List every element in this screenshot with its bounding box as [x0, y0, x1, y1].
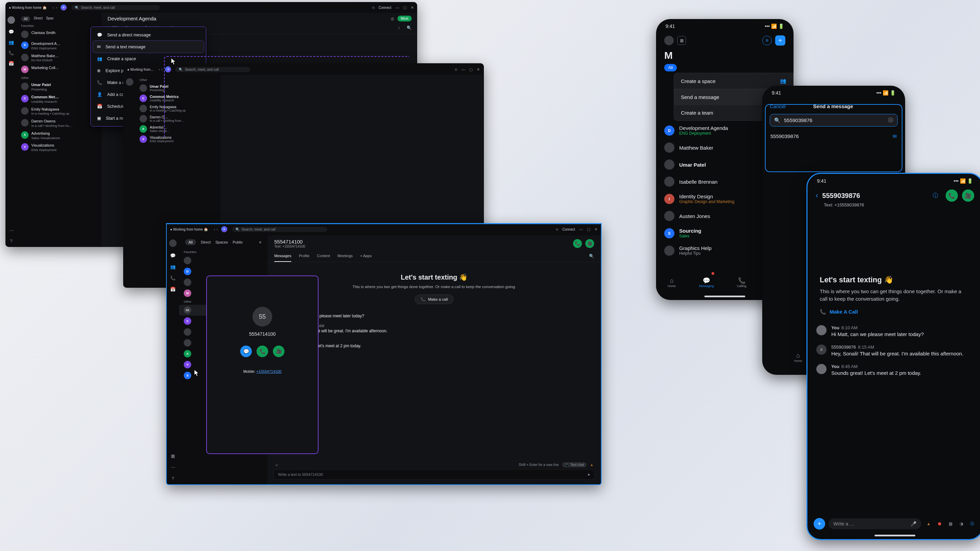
rail-calendar-icon[interactable]: 📅 — [8, 61, 14, 66]
tab-profile[interactable]: Profile — [299, 254, 309, 262]
compose-plus-button[interactable]: + — [165, 66, 171, 73]
mobile-number-link[interactable]: +15554714100 — [256, 369, 282, 373]
list-item[interactable]: Darren O…In a call • Working from… — [135, 114, 221, 124]
compose-input[interactable]: Write a text to 5554714100 ➤ — [274, 469, 595, 480]
filter-public[interactable]: Public — [233, 240, 243, 244]
search-input[interactable]: 🔍 Search, meet, and call — [72, 5, 160, 10]
filter-direct[interactable]: Direct — [201, 240, 211, 244]
self-avatar[interactable] — [169, 240, 177, 247]
alert-icon[interactable]: ⬣ — [935, 520, 943, 528]
filter-all[interactable]: All — [185, 239, 196, 245]
rail-calendar-icon[interactable]: 📅 — [170, 287, 176, 292]
rail-help-icon[interactable]: ? — [172, 476, 174, 481]
nav-fwd-icon[interactable]: › — [161, 67, 163, 71]
menu-create-space[interactable]: 👥Create a space — [91, 53, 206, 65]
list-item[interactable]: Umar PatelPresenting — [135, 83, 221, 93]
menu-send-text[interactable]: ✉Send a text message — [93, 41, 204, 53]
compose-plus-button[interactable]: + — [221, 226, 227, 232]
list-item[interactable]: Clarissa Smith — [17, 29, 102, 40]
back-button[interactable]: ‹ — [816, 191, 818, 200]
list-item[interactable] — [179, 255, 267, 266]
video-call-button[interactable]: 🎥 — [585, 239, 594, 248]
list-item[interactable]: Matthew Bake…Do Not Disturb — [17, 52, 102, 64]
tab-home[interactable]: ⌂Home — [794, 352, 802, 362]
list-item[interactable]: MMarketing Coll… — [17, 64, 102, 75]
search-input[interactable]: 🔍Search, meet, and call — [232, 227, 327, 232]
rail-more-icon[interactable]: ⋯ — [171, 465, 175, 470]
menu-send-direct[interactable]: 💬Send a direct message — [91, 29, 206, 41]
text-chat-chip[interactable]: 📱 Text chat — [562, 462, 587, 467]
make-call-link[interactable]: 📞Make A Call — [820, 309, 970, 315]
compose-button[interactable]: + — [775, 35, 785, 46]
filter-spaces[interactable]: Spaces — [215, 240, 228, 244]
self-avatar[interactable] — [664, 36, 674, 45]
rail-more-icon[interactable]: ⋯ — [9, 228, 14, 233]
nav-fwd-icon[interactable]: › — [56, 5, 57, 10]
rail-apps-icon[interactable]: ▦ — [171, 453, 175, 459]
tab-calling[interactable]: 📞Calling — [737, 277, 746, 288]
list-item[interactable]: AAdvertisingSales Visualizations — [17, 130, 102, 142]
window-min-icon[interactable]: — — [395, 5, 399, 10]
audio-call-button[interactable]: 📞 — [573, 239, 582, 248]
rail-help-icon[interactable]: ? — [10, 238, 12, 243]
meet-button[interactable]: Meet — [398, 16, 412, 21]
warning-icon[interactable]: ▲ — [590, 463, 593, 467]
window-min-icon[interactable]: — — [461, 67, 465, 71]
rail-chat-icon[interactable]: 💬 — [8, 29, 14, 34]
rail-teams-icon[interactable]: 👥 — [170, 264, 176, 269]
connect-label[interactable]: Connect — [379, 6, 391, 10]
tab-home[interactable]: ⌂Home — [668, 277, 676, 288]
list-item[interactable]: AAdvertisi…Sales Visual… — [135, 124, 221, 134]
close-compose-icon[interactable]: ⓧ — [968, 520, 976, 528]
window-min-icon[interactable]: — — [579, 227, 583, 231]
connect-icon[interactable]: ⎋ — [372, 5, 375, 10]
filter-icon[interactable]: ≡ — [762, 36, 772, 45]
window-max-icon[interactable]: ▢ — [587, 227, 590, 232]
filter-direct[interactable]: Direct — [34, 16, 43, 21]
warning-icon[interactable]: ▲ — [924, 520, 933, 528]
compose-plus-button[interactable]: + — [60, 5, 67, 11]
list-item[interactable]: Darren OwensIn a call • Working from ho… — [17, 118, 102, 130]
list-item[interactable]: VVisualizationsENG Deployment — [17, 141, 102, 154]
search-in-space-icon[interactable]: 🔍 — [407, 25, 412, 34]
nav-back-icon[interactable]: ‹ — [214, 227, 215, 231]
audio-call-button[interactable]: 📞 — [256, 346, 268, 357]
tab-meetings[interactable]: Meetings — [337, 254, 353, 262]
connect-icon[interactable]: ⎋ — [556, 227, 558, 231]
search-in-chat-icon[interactable]: 🔍 — [589, 254, 594, 262]
info-icon[interactable]: ⓘ — [929, 189, 942, 202]
rail-teams-icon[interactable]: 👥 — [8, 40, 14, 45]
list-item[interactable]: CCommon MetricsUsability research — [135, 93, 221, 103]
send-icon[interactable]: ➤ — [587, 472, 590, 477]
list-item[interactable]: Emily NakagawaIn a meeting • Catching up — [135, 103, 221, 114]
tab-messaging[interactable]: 💬Messaging — [699, 277, 714, 288]
rail-chat-icon[interactable]: 💬 — [170, 253, 176, 258]
chip-all[interactable]: All — [664, 64, 677, 71]
hide-icon[interactable]: ◑ — [957, 520, 966, 528]
compose-input[interactable]: Write a … 🎤 — [829, 518, 921, 529]
rail-call-icon[interactable]: 📞 — [170, 275, 176, 281]
pin-icon[interactable]: ◎ — [391, 16, 394, 21]
gif-icon[interactable]: ▦ — [946, 520, 955, 528]
list-item[interactable]: DDevelopment A…ENG Deployment — [17, 40, 102, 52]
self-avatar[interactable] — [126, 78, 134, 86]
search-input[interactable]: 🔍Search, meet, and call — [175, 67, 250, 72]
video-call-button[interactable]: 🎥 — [273, 346, 285, 357]
nav-fwd-icon[interactable]: › — [216, 227, 218, 231]
nav-back-icon[interactable]: ‹ — [53, 5, 54, 10]
nav-back-icon[interactable]: ‹ — [159, 67, 160, 71]
emoji-icon[interactable]: ☺ — [275, 463, 278, 467]
list-item[interactable]: CCommon Met…Usability research — [17, 93, 102, 105]
connect-label[interactable]: Connect — [563, 227, 575, 231]
tab-apps[interactable]: + Apps — [360, 254, 372, 262]
mic-icon[interactable]: 🎤 — [911, 521, 916, 527]
window-max-icon[interactable]: ▢ — [403, 5, 407, 10]
filter-icon[interactable]: ≡ — [259, 240, 261, 244]
compose-add-button[interactable]: + — [814, 518, 825, 530]
grid-icon[interactable]: ▦ — [677, 36, 686, 45]
list-item[interactable]: Emily NakagawaIn a meeting • Catching up — [17, 105, 102, 118]
video-call-button[interactable]: 🎥 — [962, 189, 974, 202]
window-close-icon[interactable]: ✕ — [411, 5, 414, 10]
window-max-icon[interactable]: ▢ — [469, 67, 473, 72]
filter-all[interactable]: All — [21, 16, 30, 21]
